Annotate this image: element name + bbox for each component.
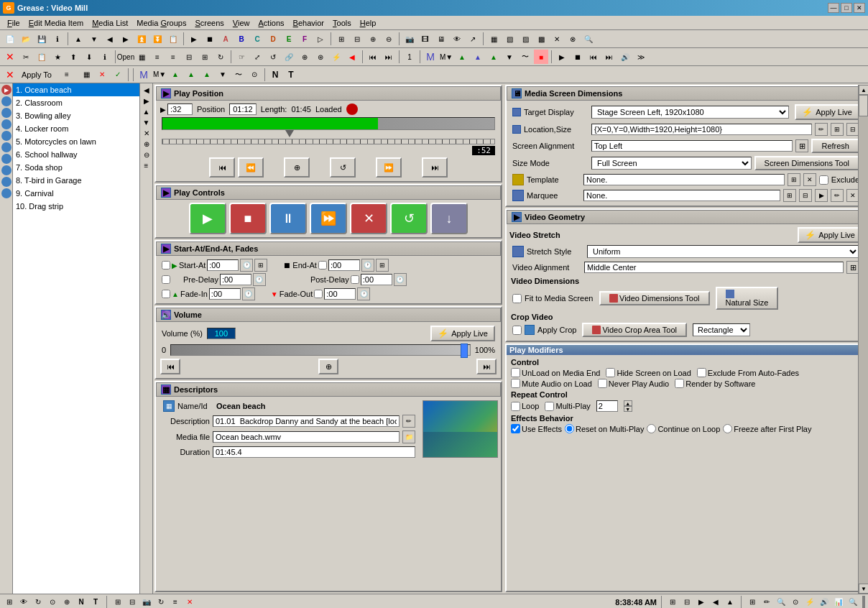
menu-help[interactable]: Help [356, 17, 381, 29]
tb-camera[interactable]: 📷 [402, 32, 417, 46]
exclude-auto-check[interactable] [697, 368, 706, 377]
left-edge-7[interactable]: ⊖ [144, 151, 149, 159]
video-apply-live-button[interactable]: ⚡ Apply Live [798, 227, 862, 243]
tb2-red2[interactable]: ■ [534, 50, 548, 64]
tb2-vol[interactable]: 🔊 [618, 50, 632, 64]
tb2-paste[interactable]: 📋 [34, 50, 49, 64]
tb2-stop2[interactable]: ⏹ [571, 50, 585, 64]
minimize-button[interactable]: — [828, 3, 839, 13]
render-sw-check[interactable] [675, 379, 684, 388]
sb-right-3[interactable]: ▶ [695, 596, 708, 609]
forward-button[interactable]: ⏩ [310, 203, 347, 234]
tb2-m1[interactable]: M [423, 50, 438, 64]
sb-btn-2[interactable]: 👁 [17, 596, 30, 609]
nav-first[interactable]: ⏮ [209, 157, 235, 178]
fade-out-check[interactable] [314, 290, 323, 298]
fade-in-clock[interactable]: 🕐 [242, 287, 255, 300]
marquee-b1[interactable]: ⊞ [783, 189, 796, 202]
hide-screen-check[interactable] [606, 368, 615, 377]
sb-play-3[interactable]: 🔍 [775, 596, 788, 609]
left-edge-4[interactable]: ▼ [143, 119, 150, 126]
sb-right-2[interactable]: ⊟ [680, 596, 693, 609]
cancel-button[interactable]: ✕ [350, 203, 387, 234]
tb3-t[interactable]: T [284, 68, 298, 82]
sb-btn-9[interactable]: ↻ [154, 596, 167, 609]
sb-play-2[interactable]: ✏ [760, 596, 773, 609]
duration-input[interactable] [213, 446, 415, 458]
tb2-t2[interactable]: ≡ [166, 50, 180, 64]
start-at-input[interactable] [207, 259, 239, 271]
screen-alignment-input[interactable] [591, 140, 793, 152]
pause-button[interactable]: ⏸ [269, 203, 307, 234]
tb-grid1[interactable]: ⊞ [334, 32, 348, 46]
size-mode-select[interactable]: Full Screen [591, 157, 752, 170]
sb-right-1[interactable]: ⊞ [666, 596, 679, 609]
tb-table2[interactable]: ▧ [502, 32, 517, 46]
tb3-m3[interactable]: M [137, 68, 151, 82]
multi-play-up[interactable]: ▲ [624, 400, 632, 406]
tb2-more[interactable]: ≫ [634, 50, 648, 64]
tb-e[interactable]: E [282, 32, 296, 46]
end-at-input[interactable] [328, 259, 360, 271]
sb-play-7[interactable]: 📊 [832, 596, 845, 609]
sb-play-6[interactable]: 🔊 [818, 596, 831, 609]
description-input[interactable] [213, 415, 400, 427]
nav-next[interactable]: ⏩ [376, 157, 402, 178]
menu-edit[interactable]: Edit Media Item [24, 17, 88, 29]
sidebar-item-5[interactable]: 5. Motorcycles on lawn [13, 135, 139, 148]
exclude-check[interactable] [819, 175, 828, 185]
multi-play-value[interactable] [596, 400, 618, 412]
screen-dim-tool-button[interactable]: Screen Dimensions Tool [754, 156, 859, 170]
video-crop-tool-button[interactable]: Video Crop Area Tool [582, 323, 687, 337]
tb2-scissors[interactable]: ✂ [19, 50, 33, 64]
tb3-ok[interactable]: ✕ [3, 68, 17, 82]
tb2-t5[interactable]: ↻ [213, 50, 228, 64]
tb2-play2[interactable]: ▶ [555, 50, 569, 64]
end-at-clock[interactable]: 🕐 [361, 259, 374, 272]
scroll-track[interactable] [859, 95, 868, 584]
tb2-arrow-dn[interactable]: ⬇ [82, 50, 96, 64]
natural-size-button[interactable]: Natural Size [716, 287, 779, 310]
nav-prev[interactable]: ⏪ [238, 157, 264, 178]
tb2-grid[interactable]: ▦ [134, 50, 149, 64]
menu-media-groups[interactable]: Media Groups [132, 17, 190, 29]
multi-play-check[interactable] [545, 402, 554, 411]
marquee-b4[interactable]: ✏ [831, 189, 844, 202]
sb-play-5[interactable]: ⚡ [803, 596, 816, 609]
tb-select[interactable]: ↗ [466, 32, 480, 46]
left-edge-8[interactable]: ≡ [144, 162, 149, 170]
mute-audio-check[interactable] [511, 379, 520, 388]
sb-btn-n[interactable]: N [75, 596, 88, 609]
tb-x1[interactable]: ✕ [550, 32, 564, 46]
tb-mode[interactable]: ▷ [313, 32, 328, 46]
multi-play-down[interactable]: ▼ [624, 406, 632, 412]
nav-last[interactable]: ⏭ [422, 157, 448, 178]
tb-c[interactable]: C [250, 32, 264, 46]
post-delay-check[interactable] [351, 275, 359, 284]
tb-eye[interactable]: 👁 [450, 32, 464, 46]
left-edge-6[interactable]: ⊕ [144, 140, 149, 148]
sidebar-item-2[interactable]: 2. Classroom [13, 96, 139, 109]
marquee-input[interactable] [583, 190, 780, 201]
desc-edit-btn[interactable]: ✏ [402, 415, 415, 428]
sb-btn-4[interactable]: ⊙ [46, 596, 59, 609]
sb-btn-10[interactable]: ≡ [169, 596, 182, 609]
tb2-tri4[interactable]: ▼ [502, 50, 517, 64]
tb-a[interactable]: A [218, 32, 233, 46]
pre-delay-input[interactable] [220, 274, 251, 285]
volume-apply-live-button[interactable]: ⚡ Apply Live [430, 326, 495, 341]
left-edge-2[interactable]: ▶ [144, 97, 149, 105]
sidebar-item-4[interactable]: 4. Locker room [13, 122, 139, 135]
nav-add[interactable]: ⊕ [284, 157, 310, 178]
media-file-input[interactable] [213, 431, 400, 443]
scroll-thumb[interactable] [859, 95, 868, 116]
tb2-tri3[interactable]: ▲ [486, 50, 501, 64]
tb2-one[interactable]: 1 [402, 50, 417, 64]
tb2-m2[interactable]: M▼ [439, 50, 453, 64]
tb-film[interactable]: 🎞 [418, 32, 433, 46]
tb3-list[interactable]: ≡ [56, 68, 78, 82]
tb2-arrow-up[interactable]: ⬆ [66, 50, 80, 64]
tb-d[interactable]: D [266, 32, 280, 46]
marquee-b2[interactable]: ⊟ [799, 189, 812, 202]
vol-nav-last[interactable]: ⏭ [476, 359, 497, 374]
